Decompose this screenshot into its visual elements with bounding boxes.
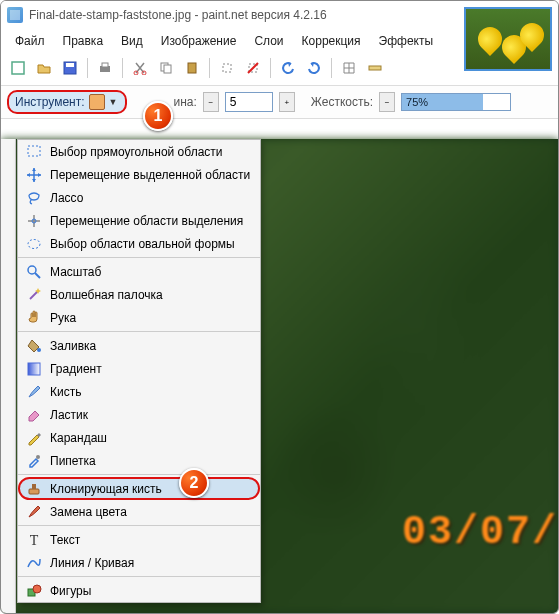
left-toolstrip <box>1 139 16 613</box>
eraser-icon <box>26 407 42 423</box>
menu-file[interactable]: Файл <box>7 31 53 51</box>
app-icon <box>7 7 23 23</box>
tool-menu-item-pencil[interactable]: Карандаш <box>18 426 260 449</box>
tool-menu-item-line[interactable]: Линия / Кривая <box>18 551 260 574</box>
tool-menu-item-zoom[interactable]: Масштаб <box>18 260 260 283</box>
tool-menu-item-clone-stamp[interactable]: Клонирующая кисть <box>18 477 260 500</box>
print-button[interactable] <box>94 57 116 79</box>
menu-effects[interactable]: Эффекты <box>371 31 442 51</box>
date-stamp-text: 03/07/ <box>402 510 558 555</box>
redo-button[interactable] <box>303 57 325 79</box>
annotation-marker-2: 2 <box>179 468 209 498</box>
tool-selector-button[interactable]: Инструмент: ▼ <box>7 90 127 114</box>
tool-menu-item-label: Пипетка <box>50 454 96 468</box>
width-increase-button[interactable]: + <box>279 92 295 112</box>
tool-menu-item-eyedropper[interactable]: Пипетка <box>18 449 260 472</box>
grid-button[interactable] <box>338 57 360 79</box>
chevron-down-icon: ▼ <box>109 97 118 107</box>
tool-menu-item-label: Ластик <box>50 408 88 422</box>
separator <box>270 58 271 78</box>
deselect-button[interactable] <box>242 57 264 79</box>
rect-select-icon <box>26 144 42 160</box>
tool-menu-item-move-selection[interactable]: Перемещение области выделения <box>18 209 260 232</box>
svg-point-21 <box>37 348 41 352</box>
annotation-marker-1: 1 <box>143 101 173 131</box>
svg-point-23 <box>36 455 40 459</box>
tool-menu-item-label: Перемещение области выделения <box>50 214 243 228</box>
wand-icon <box>26 287 42 303</box>
hardness-decrease-button[interactable]: − <box>379 92 395 112</box>
shapes-icon <box>26 583 42 599</box>
recolor-icon <box>26 504 42 520</box>
svg-rect-22 <box>28 363 40 375</box>
lasso-icon <box>26 190 42 206</box>
tool-menu-item-eraser[interactable]: Ластик <box>18 403 260 426</box>
tool-menu-item-wand[interactable]: Волшебная палочка <box>18 283 260 306</box>
svg-rect-3 <box>66 63 74 67</box>
copy-button[interactable] <box>155 57 177 79</box>
tool-menu-item-lasso[interactable]: Лассо <box>18 186 260 209</box>
tool-menu-item-label: Текст <box>50 533 80 547</box>
tool-menu-item-label: Линия / Кривая <box>50 556 134 570</box>
tool-menu-item-text[interactable]: TТекст <box>18 528 260 551</box>
menu-adjust[interactable]: Коррекция <box>294 31 369 51</box>
menu-layers[interactable]: Слои <box>246 31 291 51</box>
crop-button[interactable] <box>216 57 238 79</box>
separator <box>209 58 210 78</box>
tool-menu-item-label: Клонирующая кисть <box>50 482 162 496</box>
menu-edit[interactable]: Правка <box>55 31 112 51</box>
tool-dropdown-menu: Выбор прямоугольной областиПеремещение в… <box>17 139 261 603</box>
svg-text:T: T <box>30 533 39 548</box>
svg-line-19 <box>35 273 40 278</box>
undo-button[interactable] <box>277 57 299 79</box>
menu-view[interactable]: Вид <box>113 31 151 51</box>
tool-menu-item-label: Карандаш <box>50 431 107 445</box>
separator <box>87 58 88 78</box>
pencil-icon <box>26 430 42 446</box>
open-button[interactable] <box>33 57 55 79</box>
svg-point-18 <box>28 266 36 274</box>
clone-stamp-icon <box>26 481 42 497</box>
tool-menu-item-shapes[interactable]: Фигуры <box>18 579 260 602</box>
menu-separator <box>18 576 260 577</box>
tool-menu-item-label: Волшебная палочка <box>50 288 163 302</box>
cut-button[interactable] <box>129 57 151 79</box>
svg-rect-24 <box>29 489 39 494</box>
tool-options-bar: Инструмент: ▼ 1 ина: − + Жесткость: − 75… <box>1 86 558 119</box>
move-selection-icon <box>26 213 42 229</box>
svg-line-20 <box>30 291 38 299</box>
width-decrease-button[interactable]: − <box>203 92 219 112</box>
tool-menu-item-gradient[interactable]: Градиент <box>18 357 260 380</box>
menu-image[interactable]: Изображение <box>153 31 245 51</box>
menu-separator <box>18 474 260 475</box>
eyedropper-icon <box>26 453 42 469</box>
brush-width-input[interactable] <box>225 92 273 112</box>
tool-menu-item-label: Масштаб <box>50 265 101 279</box>
save-button[interactable] <box>59 57 81 79</box>
gradient-icon <box>26 361 42 377</box>
tool-menu-item-label: Лассо <box>50 191 83 205</box>
new-button[interactable] <box>7 57 29 79</box>
tool-menu-item-recolor[interactable]: Замена цвета <box>18 500 260 523</box>
svg-rect-1 <box>12 62 24 74</box>
tool-menu-item-label: Рука <box>50 311 76 325</box>
tool-menu-item-move-sel[interactable]: Перемещение выделенной области <box>18 163 260 186</box>
tool-menu-item-rect-select[interactable]: Выбор прямоугольной области <box>18 140 260 163</box>
image-thumbnail[interactable] <box>464 7 552 71</box>
paste-button[interactable] <box>181 57 203 79</box>
window-title: Final-date-stamp-faststone.jpg - paint.n… <box>29 8 327 22</box>
ruler-button[interactable] <box>364 57 386 79</box>
hardness-label: Жесткость: <box>311 95 373 109</box>
hardness-slider[interactable]: 75% <box>401 93 511 111</box>
tool-menu-item-hand[interactable]: Рука <box>18 306 260 329</box>
clone-stamp-icon <box>89 94 105 110</box>
svg-rect-14 <box>369 66 381 70</box>
menu-separator <box>18 331 260 332</box>
tool-menu-item-label: Кисть <box>50 385 81 399</box>
tool-menu-item-bucket[interactable]: Заливка <box>18 334 260 357</box>
tool-menu-item-brush[interactable]: Кисть <box>18 380 260 403</box>
separator <box>331 58 332 78</box>
tool-menu-item-ellipse-select[interactable]: Выбор области овальной формы <box>18 232 260 255</box>
svg-rect-10 <box>188 63 196 73</box>
svg-rect-15 <box>28 146 40 156</box>
